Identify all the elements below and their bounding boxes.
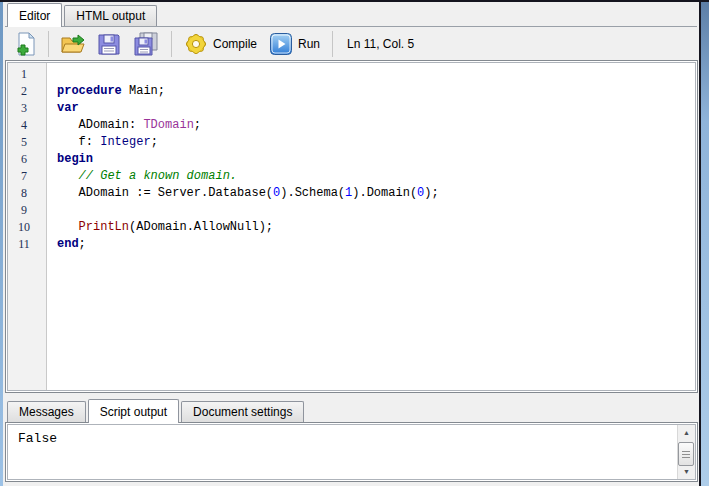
tab-document-settings[interactable]: Document settings: [181, 401, 304, 422]
line-number: 11: [8, 236, 40, 253]
code-line: [57, 202, 695, 219]
code-line: [57, 66, 695, 83]
code-line: ADomain := Server.Database(0).Schema(1).…: [57, 185, 695, 202]
scroll-thumb[interactable]: [678, 442, 694, 466]
open-button[interactable]: [56, 29, 90, 59]
line-number: 1: [8, 66, 40, 83]
line-number: 4: [8, 117, 40, 134]
vertical-scrollbar[interactable]: ▲ ▼: [677, 425, 695, 479]
line-number: 8: [8, 185, 40, 202]
save-icon: [97, 32, 121, 56]
bottom-tabbar: MessagesScript outputDocument settings: [5, 399, 697, 422]
line-number: 5: [8, 134, 40, 151]
tab-editor[interactable]: Editor: [7, 3, 62, 27]
code-line: end;: [57, 236, 695, 253]
toolbar-separator: [48, 31, 49, 57]
new-script-button[interactable]: [9, 29, 41, 59]
toolbar-separator: [171, 31, 172, 57]
line-number: 6: [8, 151, 40, 168]
script-output-text[interactable]: False: [8, 425, 695, 446]
code-line: PrintLn(ADomain.AllowNull);: [57, 219, 695, 236]
code-line: begin: [57, 151, 695, 168]
line-number: 3: [8, 100, 40, 117]
tab-html-output[interactable]: HTML output: [64, 5, 157, 26]
code-line: f: Integer;: [57, 134, 695, 151]
code-line: // Get a known domain.: [57, 168, 695, 185]
run-button-label: Run: [298, 37, 320, 51]
line-number: 10: [8, 219, 40, 236]
line-number: 9: [8, 202, 40, 219]
top-tabbar: EditorHTML output: [5, 4, 697, 27]
caret-status: Ln 11, Col. 5: [347, 37, 414, 51]
save-all-button[interactable]: [128, 29, 164, 59]
compile-button[interactable]: Compile: [179, 29, 262, 59]
window-left-edge: [0, 0, 3, 486]
compile-button-label: Compile: [213, 37, 257, 51]
code-line: var: [57, 100, 695, 117]
gear-icon: [184, 32, 208, 56]
toolbar-separator: [332, 31, 333, 57]
save-all-icon: [133, 32, 159, 56]
open-folder-icon: [61, 32, 85, 56]
code-area[interactable]: procedure Main;var ADomain: TDomain; f: …: [47, 63, 695, 390]
tab-messages[interactable]: Messages: [7, 401, 86, 422]
scroll-down-button[interactable]: ▼: [678, 464, 695, 479]
editor-panel: 1234567891011 procedure Main;var ADomain…: [5, 60, 698, 393]
code-line: procedure Main;: [57, 83, 695, 100]
code-line: ADomain: TDomain;: [57, 117, 695, 134]
toolbar: Compile Run Ln 11, Col. 5: [5, 28, 697, 59]
line-number-gutter: 1234567891011: [8, 63, 47, 390]
tab-script-output[interactable]: Script output: [88, 399, 179, 423]
play-icon: [269, 32, 293, 56]
run-button[interactable]: Run: [264, 29, 325, 59]
window-top-edge: [0, 0, 709, 2]
script-editor-window: EditorHTML output: [0, 0, 709, 486]
line-number: 2: [8, 83, 40, 100]
window-right-edge: [701, 0, 709, 486]
line-number: 7: [8, 168, 40, 185]
save-button[interactable]: [92, 29, 126, 59]
new-document-icon: [14, 32, 36, 56]
output-panel: False ▲ ▼: [5, 422, 698, 482]
scroll-up-button[interactable]: ▲: [678, 425, 695, 440]
